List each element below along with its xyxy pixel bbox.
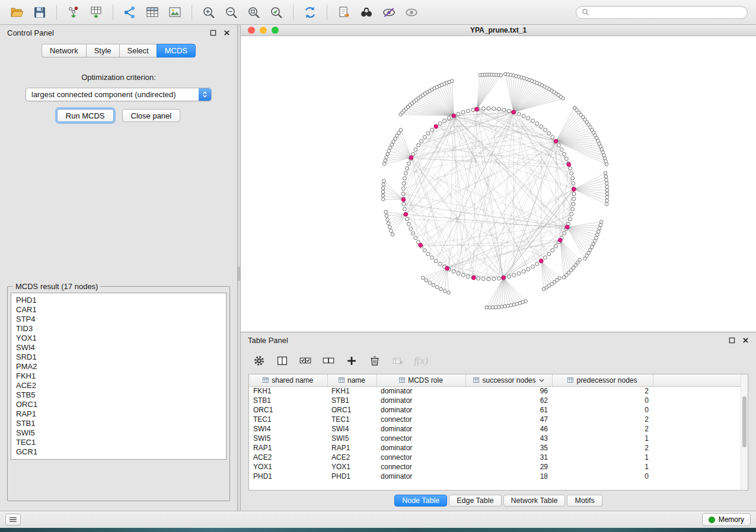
table-cell[interactable]: RAP1 (249, 443, 327, 453)
table-cell[interactable]: dominator (377, 386, 465, 396)
float-panel-button[interactable] (210, 30, 216, 36)
table-cell[interactable]: FKH1 (327, 386, 377, 396)
toolbar-button-export-image[interactable] (165, 3, 184, 22)
toolbar-button-save-session[interactable] (30, 3, 49, 22)
table-cell[interactable]: SWI5 (249, 434, 327, 443)
toolbar-button-import-table-file[interactable] (87, 3, 106, 22)
table-cell[interactable]: SWI4 (249, 424, 327, 434)
table-cell[interactable]: RAP1 (327, 443, 377, 453)
table-scrollbar[interactable] (741, 374, 748, 490)
table-tab-node-table[interactable]: Node Table (394, 495, 447, 507)
tab-style[interactable]: Style (86, 44, 120, 57)
mcds-result-item[interactable]: TEC1 (16, 438, 221, 447)
window-minimize-button[interactable] (260, 27, 267, 34)
table-tab-edge-table[interactable]: Edge Table (449, 495, 501, 507)
column-header-MCDS-role[interactable]: MCDS role (377, 374, 465, 386)
table-cell[interactable]: PHD1 (249, 472, 327, 481)
table-cell[interactable]: 1 (552, 453, 653, 462)
mcds-result-item[interactable]: RAP1 (16, 409, 221, 419)
toolbar-button-import-network-file[interactable] (64, 3, 83, 22)
mcds-result-item[interactable]: GCR1 (16, 447, 221, 457)
mcds-result-item[interactable]: YOX1 (16, 334, 221, 343)
mcds-result-item[interactable]: SWI4 (16, 343, 221, 352)
table-cell[interactable]: STB1 (327, 396, 377, 405)
tab-mcds[interactable]: MCDS (157, 44, 196, 57)
table-row[interactable]: RAP1RAP1dominator352 (249, 443, 748, 453)
mcds-result-item[interactable]: STB5 (16, 390, 221, 400)
table-toolbar-table-options-button[interactable] (250, 352, 268, 370)
table-cell[interactable]: 0 (552, 396, 653, 405)
table-cell[interactable]: dominator (377, 443, 465, 453)
mcds-result-item[interactable]: PMA2 (16, 362, 221, 371)
table-cell[interactable]: 43 (465, 434, 552, 443)
table-row[interactable]: TEC1TEC1connector472 (249, 415, 748, 424)
window-zoom-button[interactable] (272, 27, 279, 34)
table-cell[interactable]: 2 (552, 386, 653, 396)
table-cell[interactable]: 18 (465, 472, 552, 481)
table-row[interactable]: YOX1YOX1connector291 (249, 462, 748, 472)
table-cell[interactable]: dominator (377, 424, 465, 434)
table-cell[interactable]: dominator (377, 405, 465, 415)
mcds-result-item[interactable]: SRD1 (16, 352, 221, 362)
toolbar-button-search-binoculars[interactable] (357, 3, 376, 22)
table-cell[interactable]: 62 (465, 396, 552, 405)
table-cell[interactable]: YOX1 (249, 462, 327, 472)
table-cell[interactable]: ORC1 (327, 405, 377, 415)
table-cell[interactable]: 2 (552, 443, 653, 453)
table-cell[interactable]: TEC1 (249, 415, 327, 424)
table-toolbar-select-all-button[interactable] (296, 352, 314, 370)
toolbar-button-zoom-selected[interactable] (267, 3, 286, 22)
table-cell[interactable]: TEC1 (327, 415, 377, 424)
table-cell[interactable]: SWI4 (327, 424, 377, 434)
table-cell[interactable]: 31 (465, 453, 552, 462)
status-menu-button[interactable] (5, 514, 21, 525)
toolbar-button-open-session[interactable] (8, 3, 27, 22)
mcds-result-item[interactable]: ACE2 (16, 381, 221, 390)
mcds-result-item[interactable]: FKH1 (16, 371, 221, 381)
table-cell[interactable]: dominator (377, 396, 465, 405)
table-cell[interactable]: connector (377, 415, 465, 424)
table-toolbar-show-columns-button[interactable] (273, 352, 291, 370)
optimization-criterion-select[interactable]: largest connected component (undirected) (25, 88, 212, 101)
splitter-handle[interactable] (238, 267, 240, 281)
table-row[interactable]: FKH1FKH1dominator962 (249, 386, 748, 396)
tab-select[interactable]: Select (119, 44, 157, 57)
table-cell[interactable]: ACE2 (249, 453, 327, 462)
table-cell[interactable]: ORC1 (249, 405, 327, 415)
table-cell[interactable]: 96 (465, 386, 552, 396)
table-float-panel-button[interactable] (729, 337, 735, 344)
toolbar-button-export-network[interactable] (334, 3, 353, 22)
table-row[interactable]: ORC1ORC1dominator610 (249, 405, 748, 415)
table-cell[interactable]: connector (377, 453, 465, 462)
table-scrollbar-thumb[interactable] (742, 396, 747, 447)
toolbar-button-zoom-fit[interactable] (244, 3, 263, 22)
table-cell[interactable]: 2 (552, 424, 653, 434)
table-cell[interactable]: SWI5 (327, 434, 377, 443)
toolbar-button-zoom-out[interactable] (222, 3, 241, 22)
table-cell[interactable]: connector (377, 434, 465, 443)
table-tab-network-table[interactable]: Network Table (503, 495, 566, 507)
table-cell[interactable]: 35 (465, 443, 552, 453)
table-row[interactable]: ACE2ACE2connector311 (249, 453, 748, 462)
search-input[interactable] (592, 8, 742, 17)
mcds-result-list[interactable]: PHD1CAR1STP4TID3YOX1SWI4SRD1PMA2FKH1ACE2… (11, 293, 227, 460)
toolbar-button-apply-layout[interactable] (301, 3, 320, 22)
mcds-result-item[interactable]: ORC1 (16, 400, 221, 409)
table-cell[interactable]: 46 (465, 424, 552, 434)
toolbar-button-new-network[interactable] (120, 3, 139, 22)
window-close-button[interactable] (248, 27, 255, 34)
table-cell[interactable]: PHD1 (327, 472, 377, 481)
tab-network[interactable]: Network (42, 44, 87, 57)
table-toolbar-deselect-all-button[interactable] (320, 352, 337, 370)
table-cell[interactable]: YOX1 (327, 462, 377, 472)
column-header-shared-name[interactable]: shared name (249, 374, 327, 386)
table-row[interactable]: SWI5SWI5connector431 (249, 434, 748, 443)
table-cell[interactable]: connector (377, 462, 465, 472)
search-box[interactable] (576, 6, 748, 19)
close-panel-action-button[interactable]: Close panel (122, 109, 181, 122)
mcds-result-item[interactable]: STP4 (16, 315, 221, 324)
toolbar-button-zoom-in[interactable] (199, 3, 218, 22)
toolbar-button-hide-graphics-details[interactable] (379, 3, 398, 22)
mcds-result-item[interactable]: STB1 (16, 419, 221, 428)
toolbar-button-show-graphics-details[interactable] (402, 3, 421, 22)
